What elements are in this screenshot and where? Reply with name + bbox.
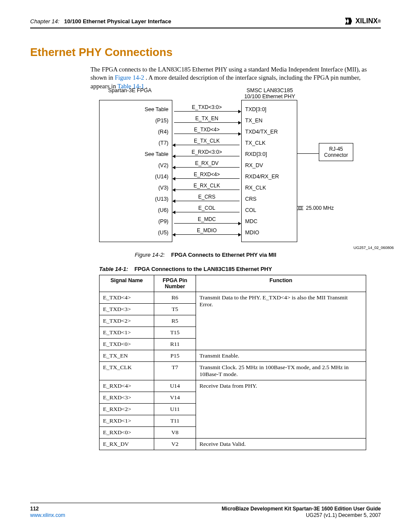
signal-arrow: E_COL — [172, 204, 241, 215]
table-title: FPGA Connections to the LAN83C185 Ethern… — [134, 266, 272, 272]
table-row: E_RXD<4>U14Receive Data from PHY. — [100, 380, 366, 392]
col-signal-name: Signal Name — [100, 275, 154, 292]
crystal-oscillator: 25.000 MHz — [297, 205, 349, 211]
section-title: Ethernet PHY Connections — [30, 46, 381, 59]
cell-function: Transmit Clock. 25 MHz in 100Base-TX mod… — [196, 362, 366, 380]
phy-block-title: SMSC LAN83C185 10/100 Ethernet PHY — [242, 87, 298, 100]
logo-registered: ® — [378, 19, 381, 24]
footer-url[interactable]: www.xilinx.com — [30, 512, 65, 518]
fpga-pin-label: (P9) — [100, 216, 172, 227]
cell-fpga-pin: R6 — [154, 292, 196, 304]
cell-signal-name: E_TXD<2> — [100, 315, 154, 327]
phy-pin-label: MDIO — [242, 227, 297, 238]
fpga-pin-label: (P15) — [100, 115, 172, 126]
svg-marker-1 — [345, 21, 348, 25]
xilinx-logo: XILINX ® — [345, 17, 381, 25]
table-row: E_TX_ENP15Transmit Enable. — [100, 350, 366, 362]
fpga-pin-label: (V2) — [100, 160, 172, 171]
cell-signal-name: E_TXD<4> — [100, 292, 154, 304]
col-function: Function — [196, 275, 366, 292]
crystal-icon — [297, 205, 303, 211]
cell-signal-name: E_TX_EN — [100, 350, 154, 362]
chapter-label: Chapter 14: — [30, 18, 59, 25]
figure-label: Figure 14-2: — [135, 252, 165, 258]
signal-arrow: E_TXD<4> — [172, 126, 241, 137]
figure-source-id: UG257_14_02_060806 — [353, 246, 394, 250]
table-row: E_RX_DVV2Receive Data Valid. — [100, 439, 366, 450]
phy-pin-label: COL — [242, 205, 297, 216]
cell-signal-name: E_TXD<0> — [100, 339, 154, 350]
cell-signal-name: E_RXD<1> — [100, 415, 154, 427]
cell-fpga-pin: R5 — [154, 315, 196, 327]
cell-fpga-pin: V2 — [154, 439, 196, 450]
fpga-pin-label: (R4) — [100, 126, 172, 137]
cell-signal-name: E_RXD<2> — [100, 404, 154, 415]
phy-pin-label: TX_CLK — [242, 137, 297, 149]
cell-fpga-pin: T11 — [154, 415, 196, 427]
signal-arrow: E_RXD<3:0> — [172, 148, 241, 159]
cell-fpga-pin: V14 — [154, 392, 196, 404]
svg-marker-0 — [345, 18, 348, 21]
rj45-connector: RJ-45 Connector — [319, 143, 353, 161]
cell-fpga-pin: P15 — [154, 350, 196, 362]
phy-pin-label: RXD4/RX_ER — [242, 171, 297, 182]
cell-signal-name: E_RXD<4> — [100, 380, 154, 392]
xilinx-logo-icon — [345, 18, 354, 25]
svg-rect-4 — [299, 207, 302, 209]
signal-arrow: E_MDIO — [172, 227, 241, 238]
signal-arrow: E_MDC — [172, 215, 241, 227]
phy-pin-label: TXD4/TX_ER — [242, 126, 297, 137]
cell-fpga-pin: R11 — [154, 339, 196, 350]
col-fpga-pin: FPGA Pin Number — [154, 275, 196, 292]
page-header: Chapter 14: 10/100 Ethernet Physical Lay… — [30, 17, 381, 28]
fpga-pin-label: (U13) — [100, 193, 172, 205]
phy-pin-label: RX_CLK — [242, 182, 297, 193]
phy-pin-label: CRS — [242, 193, 297, 205]
cell-signal-name: E_RXD<0> — [100, 427, 154, 439]
cell-fpga-pin: T5 — [154, 304, 196, 315]
fpga-pin-label: (U14) — [100, 171, 172, 182]
cell-signal-name: E_RX_DV — [100, 439, 154, 450]
phy-pin-label: RXD[3:0] — [242, 149, 297, 160]
phy-pin-label: TXD[3:0] — [242, 104, 297, 115]
table-row: E_TXD<4>R6Transmit Data to the PHY. E_TX… — [100, 292, 366, 304]
fpga-pin-label: See Table — [100, 149, 172, 160]
cell-fpga-pin: T15 — [154, 327, 196, 339]
table-row: E_TX_CLKT7Transmit Clock. 25 MHz in 100B… — [100, 362, 366, 380]
page-footer: 112 www.xilinx.com MicroBlaze Developmen… — [30, 503, 381, 519]
cell-fpga-pin: V8 — [154, 427, 196, 439]
cell-signal-name: E_TX_CLK — [100, 362, 154, 380]
doc-title: MicroBlaze Development Kit Spartan-3E 16… — [222, 506, 381, 513]
signal-arrow: E_TX_CLK — [172, 137, 241, 148]
xref-figure[interactable]: Figure 14-2 — [115, 74, 144, 81]
signal-arrow: E_RXD<4> — [172, 171, 241, 182]
pin-table: Signal Name FPGA Pin Number Function E_T… — [99, 275, 366, 450]
phy-pin-label: TX_EN — [242, 115, 297, 126]
fpga-pin-label: See Table — [100, 104, 172, 115]
signal-arrow: E_CRS — [172, 193, 241, 204]
figure-title: FPGA Connects to Ethernet PHY via MII — [171, 252, 276, 258]
cell-fpga-pin: U14 — [154, 380, 196, 392]
cell-signal-name: E_TXD<3> — [100, 304, 154, 315]
table-caption: Table 14-1: FPGA Connections to the LAN8… — [99, 266, 381, 272]
page-number: 112 — [30, 506, 65, 513]
signal-arrow: E_TXD<3:0> — [172, 103, 241, 115]
fpga-block-title: Spartan-3E FPGA — [108, 87, 152, 93]
cell-signal-name: E_RXD<3> — [100, 392, 154, 404]
phy-block: SMSC LAN83C185 10/100 Ethernet PHY TXD[3… — [241, 100, 297, 242]
signal-arrow: E_TX_EN — [172, 115, 241, 126]
cell-function: Transmit Data to the PHY. E_TXD<4> is al… — [196, 292, 366, 350]
cell-function: Receive Data Valid. — [196, 439, 366, 450]
cell-function: Transmit Enable. — [196, 350, 366, 362]
signal-arrow: E_RX_DV — [172, 159, 241, 171]
fpga-pin-label: (V3) — [100, 182, 172, 193]
fpga-pin-label: (U5) — [100, 227, 172, 238]
cell-fpga-pin: U11 — [154, 404, 196, 415]
cell-signal-name: E_TXD<1> — [100, 327, 154, 339]
logo-text: XILINX — [355, 17, 378, 25]
table-label: Table 14-1: — [99, 266, 128, 272]
table-header-row: Signal Name FPGA Pin Number Function — [100, 275, 366, 292]
cell-fpga-pin: T7 — [154, 362, 196, 380]
doc-id: UG257 (v1.1) December 5, 2007 — [222, 512, 381, 519]
fpga-pin-label: (U6) — [100, 205, 172, 216]
